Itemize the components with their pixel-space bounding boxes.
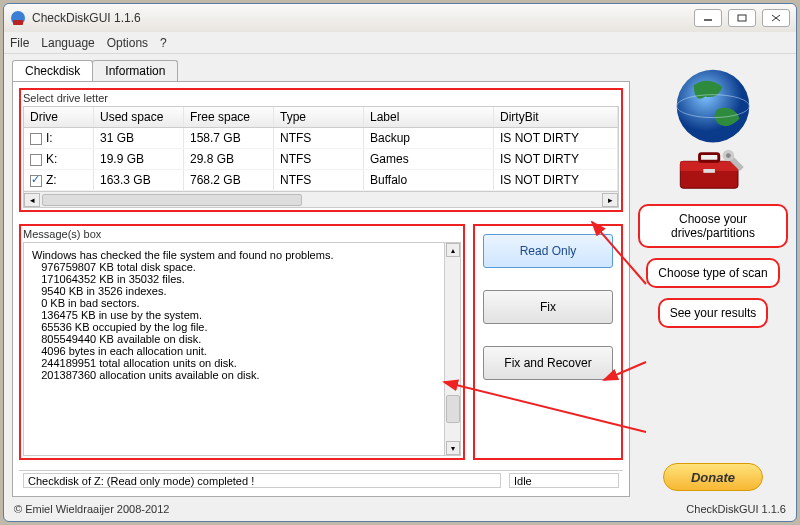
callout-results: See your results bbox=[658, 298, 769, 328]
copyright: © Emiel Wieldraaijer 2008-2012 bbox=[14, 503, 169, 519]
message-line: 201387360 allocation units available on … bbox=[32, 369, 452, 381]
messages-heading: Message(s) box bbox=[23, 228, 461, 240]
table-row[interactable]: Z:163.3 GB768.2 GBNTFSBuffaloIS NOT DIRT… bbox=[24, 170, 618, 191]
message-line: 244189951 total allocation units on disk… bbox=[32, 357, 452, 369]
scroll-thumb[interactable] bbox=[42, 194, 302, 206]
scroll-down-icon[interactable]: ▾ bbox=[446, 441, 460, 455]
cell-type: NTFS bbox=[274, 128, 364, 148]
messages-box[interactable]: Windows has checked the file system and … bbox=[23, 242, 461, 456]
status-bar: Checkdisk of Z: (Read only mode) complet… bbox=[19, 470, 623, 490]
menu-options[interactable]: Options bbox=[107, 36, 148, 50]
status-idle: Idle bbox=[509, 473, 619, 488]
drive-select-heading: Select drive letter bbox=[23, 92, 619, 104]
svg-point-13 bbox=[726, 153, 731, 158]
col-type[interactable]: Type bbox=[274, 107, 364, 127]
cell-type: NTFS bbox=[274, 149, 364, 169]
cell-type: NTFS bbox=[274, 170, 364, 190]
message-line: Windows has checked the file system and … bbox=[32, 249, 452, 261]
callout-scan: Choose type of scan bbox=[646, 258, 779, 288]
svg-rect-11 bbox=[703, 169, 715, 173]
status-text: Checkdisk of Z: (Read only mode) complet… bbox=[23, 473, 501, 488]
cell-label: Buffalo bbox=[364, 170, 494, 190]
cell-free: 29.8 GB bbox=[184, 149, 274, 169]
message-line: 136475 KB in use by the system. bbox=[32, 309, 452, 321]
message-line: 805549440 KB available on disk. bbox=[32, 333, 452, 345]
col-used[interactable]: Used space bbox=[94, 107, 184, 127]
toolbox-icon bbox=[674, 144, 752, 194]
message-line: 4096 bytes in each allocation unit. bbox=[32, 345, 452, 357]
fix-recover-button[interactable]: Fix and Recover bbox=[483, 346, 613, 380]
message-line: 976759807 KB total disk space. bbox=[32, 261, 452, 273]
menu-help[interactable]: ? bbox=[160, 36, 167, 50]
scan-buttons-region: Read Only Fix Fix and Recover bbox=[473, 224, 623, 460]
footer: © Emiel Wieldraaijer 2008-2012 CheckDisk… bbox=[4, 501, 796, 521]
drive-checkbox[interactable] bbox=[30, 154, 42, 166]
col-label[interactable]: Label bbox=[364, 107, 494, 127]
cell-free: 158.7 GB bbox=[184, 128, 274, 148]
scroll-right-icon[interactable]: ▸ bbox=[602, 193, 618, 207]
minimize-button[interactable] bbox=[694, 9, 722, 27]
drive-checkbox[interactable] bbox=[30, 133, 42, 145]
app-window: CheckDiskGUI 1.1.6 File Language Options… bbox=[3, 3, 797, 522]
tab-checkdisk[interactable]: Checkdisk bbox=[12, 60, 93, 81]
donate-button[interactable]: Donate bbox=[663, 463, 763, 491]
drive-checkbox[interactable] bbox=[30, 175, 42, 187]
messages-vscroll[interactable]: ▴ ▾ bbox=[444, 243, 460, 455]
tab-panel: Select drive letter Drive Used space Fre… bbox=[12, 81, 630, 497]
fix-button[interactable]: Fix bbox=[483, 290, 613, 324]
svg-rect-3 bbox=[738, 15, 746, 21]
maximize-button[interactable] bbox=[728, 9, 756, 27]
tab-strip: Checkdisk Information bbox=[12, 60, 630, 81]
scroll-thumb[interactable] bbox=[446, 395, 460, 423]
cell-dirty: IS NOT DIRTY bbox=[494, 170, 618, 190]
app-icon bbox=[10, 10, 26, 26]
messages-region: Message(s) box Windows has checked the f… bbox=[19, 224, 465, 460]
col-drive[interactable]: Drive bbox=[24, 107, 94, 127]
cell-used: 19.9 GB bbox=[94, 149, 184, 169]
cell-label: Backup bbox=[364, 128, 494, 148]
callout-drives: Choose your drives/partitions bbox=[638, 204, 788, 248]
cell-free: 768.2 GB bbox=[184, 170, 274, 190]
right-panel: Choose your drives/partitions Choose typ… bbox=[638, 60, 788, 497]
titlebar: CheckDiskGUI 1.1.6 bbox=[4, 4, 796, 32]
drive-select-region: Select drive letter Drive Used space Fre… bbox=[19, 88, 623, 212]
col-dirty[interactable]: DirtyBit bbox=[494, 107, 618, 127]
message-line: 171064352 KB in 35032 files. bbox=[32, 273, 452, 285]
menu-file[interactable]: File bbox=[10, 36, 29, 50]
scroll-up-icon[interactable]: ▴ bbox=[446, 243, 460, 257]
scroll-left-icon[interactable]: ◂ bbox=[24, 193, 40, 207]
cell-dirty: IS NOT DIRTY bbox=[494, 149, 618, 169]
version-label: CheckDiskGUI 1.1.6 bbox=[686, 503, 786, 519]
message-line: 0 KB in bad sectors. bbox=[32, 297, 452, 309]
cell-used: 31 GB bbox=[94, 128, 184, 148]
svg-rect-1 bbox=[13, 20, 23, 25]
col-free[interactable]: Free space bbox=[184, 107, 274, 127]
table-row[interactable]: K:19.9 GB29.8 GBNTFSGamesIS NOT DIRTY bbox=[24, 149, 618, 170]
menubar: File Language Options ? bbox=[4, 32, 796, 54]
svg-point-6 bbox=[677, 70, 750, 143]
globe-icon bbox=[665, 66, 761, 152]
message-line: 65536 KB occupied by the log file. bbox=[32, 321, 452, 333]
drive-hscroll[interactable]: ◂ ▸ bbox=[24, 191, 618, 207]
read-only-button[interactable]: Read Only bbox=[483, 234, 613, 268]
drive-table: Drive Used space Free space Type Label D… bbox=[23, 106, 619, 208]
close-button[interactable] bbox=[762, 9, 790, 27]
cell-used: 163.3 GB bbox=[94, 170, 184, 190]
table-header: Drive Used space Free space Type Label D… bbox=[24, 107, 618, 128]
window-title: CheckDiskGUI 1.1.6 bbox=[32, 11, 694, 25]
cell-dirty: IS NOT DIRTY bbox=[494, 128, 618, 148]
cell-label: Games bbox=[364, 149, 494, 169]
menu-language[interactable]: Language bbox=[41, 36, 94, 50]
table-row[interactable]: I:31 GB158.7 GBNTFSBackupIS NOT DIRTY bbox=[24, 128, 618, 149]
svg-rect-10 bbox=[700, 154, 719, 162]
tab-information[interactable]: Information bbox=[92, 60, 178, 81]
message-line: 9540 KB in 3526 indexes. bbox=[32, 285, 452, 297]
